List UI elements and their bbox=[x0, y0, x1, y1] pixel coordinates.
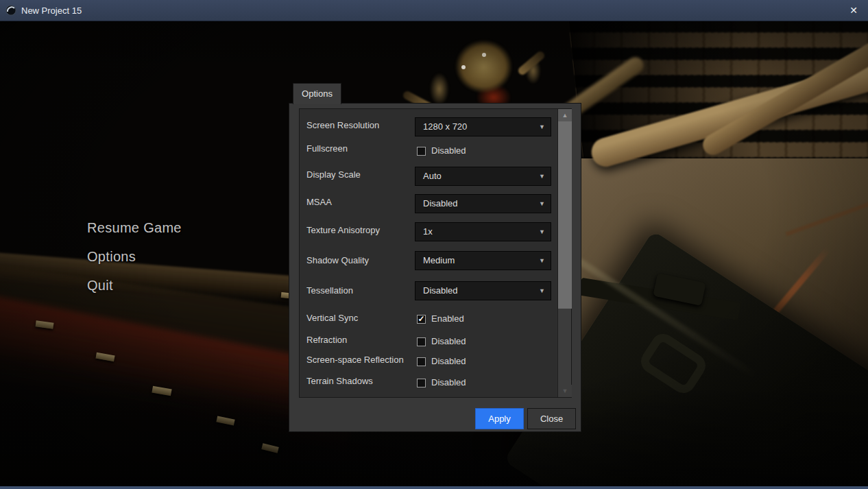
refraction-checkbox[interactable] bbox=[417, 337, 426, 346]
tessellation-dropdown[interactable]: Disabled ▼ bbox=[415, 281, 551, 300]
settings-scrollbar[interactable]: ▲ ▼ bbox=[557, 109, 571, 397]
menu-item-resume-game[interactable]: Resume Game bbox=[87, 220, 182, 236]
checkbox-state-label: Disabled bbox=[431, 377, 466, 387]
dropdown-value: Medium bbox=[423, 252, 455, 270]
setting-label-refraction: Refraction bbox=[306, 335, 347, 345]
window-titlebar[interactable]: New Project 15 ✕ bbox=[0, 0, 868, 21]
checkmark-icon: ✓ bbox=[418, 315, 425, 323]
chevron-down-icon: ▼ bbox=[539, 200, 545, 207]
checkbox-state-label: Disabled bbox=[431, 145, 466, 156]
options-dialog-body: Screen Resolution 1280 x 720 ▼ Fullscree… bbox=[289, 103, 581, 432]
setting-label-msaa: MSAA bbox=[306, 197, 332, 207]
dropdown-value: 1x bbox=[423, 223, 433, 241]
setting-label-vertical-sync: Vertical Sync bbox=[306, 313, 358, 323]
close-icon[interactable]: ✕ bbox=[843, 0, 864, 21]
setting-label-screen-space-reflection: Screen-space Reflection bbox=[306, 355, 404, 365]
tab-options[interactable]: Options bbox=[293, 83, 341, 104]
app-window: New Project 15 ✕ Resume Game bbox=[0, 0, 868, 489]
vertical-sync-checkbox[interactable]: ✓ bbox=[417, 315, 426, 324]
msaa-dropdown[interactable]: Disabled ▼ bbox=[415, 194, 551, 213]
chevron-down-icon: ▼ bbox=[539, 173, 545, 180]
options-dialog: Options Screen Resolution 1280 x 720 ▼ F… bbox=[289, 77, 581, 432]
screen-space-reflection-checkbox[interactable] bbox=[417, 357, 426, 366]
checkbox-state-label: Disabled bbox=[431, 356, 466, 366]
window-border bbox=[0, 486, 868, 489]
checkbox-state-label: Enabled bbox=[431, 313, 464, 324]
settings-panel: Screen Resolution 1280 x 720 ▼ Fullscree… bbox=[299, 108, 572, 398]
dropdown-value: Auto bbox=[423, 167, 442, 185]
fullscreen-checkbox[interactable] bbox=[417, 147, 426, 156]
app-icon bbox=[5, 5, 16, 16]
chevron-down-icon: ▼ bbox=[539, 287, 545, 294]
chevron-down-icon: ▼ bbox=[539, 228, 545, 235]
pause-menu: Resume Game Options Quit bbox=[87, 220, 182, 307]
menu-item-options[interactable]: Options bbox=[87, 249, 182, 265]
shadow-quality-dropdown[interactable]: Medium ▼ bbox=[415, 251, 551, 270]
setting-label-screen-resolution: Screen Resolution bbox=[306, 120, 379, 130]
chevron-down-icon: ▼ bbox=[539, 123, 545, 130]
menu-item-quit[interactable]: Quit bbox=[87, 278, 182, 294]
chevron-down-icon: ▼ bbox=[539, 257, 545, 264]
display-scale-dropdown[interactable]: Auto ▼ bbox=[415, 167, 551, 186]
dropdown-value: 1280 x 720 bbox=[423, 118, 467, 136]
setting-label-texture-anisotropy: Texture Anisotropy bbox=[306, 225, 380, 235]
setting-label-shadow-quality: Shadow Quality bbox=[306, 255, 369, 265]
scroll-down-icon[interactable]: ▼ bbox=[558, 385, 572, 397]
apply-button[interactable]: Apply bbox=[475, 408, 524, 429]
setting-label-display-scale: Display Scale bbox=[306, 169, 361, 180]
scroll-up-icon[interactable]: ▲ bbox=[558, 109, 572, 121]
checkbox-state-label: Disabled bbox=[431, 336, 466, 346]
window-title: New Project 15 bbox=[21, 5, 82, 16]
dropdown-value: Disabled bbox=[423, 195, 458, 213]
scrollbar-thumb[interactable] bbox=[558, 121, 572, 309]
screen-resolution-dropdown[interactable]: 1280 x 720 ▼ bbox=[415, 117, 551, 136]
close-button[interactable]: Close bbox=[527, 408, 576, 429]
terrain-shadows-checkbox[interactable] bbox=[417, 379, 426, 387]
setting-label-fullscreen: Fullscreen bbox=[306, 143, 348, 154]
setting-label-terrain-shadows: Terrain Shadows bbox=[306, 376, 373, 386]
setting-label-tessellation: Tessellation bbox=[306, 285, 353, 296]
texture-anisotropy-dropdown[interactable]: 1x ▼ bbox=[415, 222, 551, 241]
dropdown-value: Disabled bbox=[423, 282, 458, 300]
